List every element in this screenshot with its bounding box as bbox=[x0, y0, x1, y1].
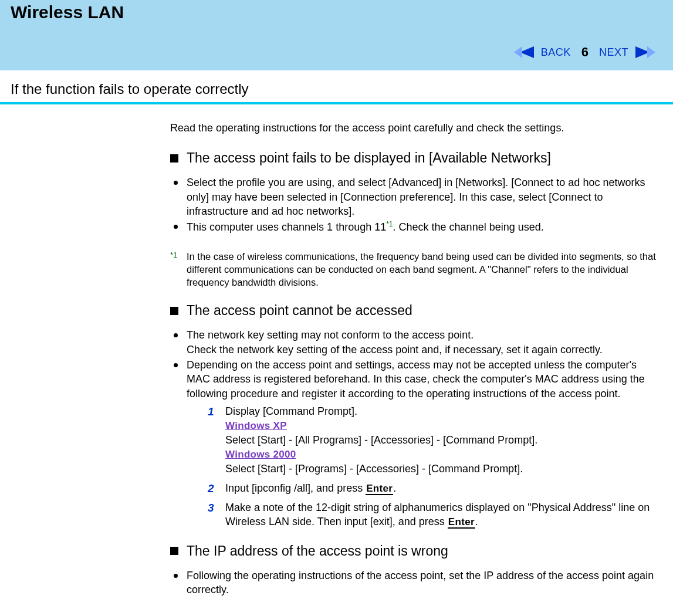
section-subhead: If the function fails to operate correct… bbox=[0, 81, 673, 99]
list-item: This computer uses channels 1 through 11… bbox=[170, 219, 662, 234]
next-arrow-icon[interactable] bbox=[635, 45, 655, 59]
step-text: . bbox=[475, 516, 478, 527]
bullet-text: Select the profile you are using, and se… bbox=[187, 177, 645, 217]
step-text: Input [ipconfig /all], and press bbox=[225, 482, 366, 494]
step-text: Select [Start] - [Programs] - [Accessori… bbox=[225, 463, 523, 475]
step-number: 1 bbox=[208, 404, 214, 419]
footnote: *1 In the case of wireless communication… bbox=[170, 250, 662, 289]
next-link[interactable]: NEXT bbox=[599, 46, 628, 59]
list-item: Following the operating instructions of … bbox=[170, 568, 662, 597]
step-text: Display [Command Prompt]. bbox=[225, 405, 357, 417]
bullet-text: Following the operating instructions of … bbox=[187, 570, 654, 595]
bullet-text: . Check the channel being used. bbox=[393, 221, 544, 233]
footnote-ref: *1 bbox=[386, 220, 393, 228]
os-label-2000: Windows 2000 bbox=[225, 449, 296, 460]
footnote-marker: *1 bbox=[170, 250, 177, 260]
list-item: The network key setting may not conform … bbox=[170, 328, 662, 357]
keycap-enter: Enter bbox=[448, 516, 475, 529]
bullet-text: Depending on the access point and settin… bbox=[187, 359, 645, 400]
header-banner: Wireless LAN BACK 6 NEXT bbox=[0, 0, 673, 70]
os-label-xp: Windows XP bbox=[225, 420, 287, 431]
step-number: 2 bbox=[208, 481, 214, 496]
step-number: 3 bbox=[208, 500, 214, 516]
intro-text: Read the operating instructions for the … bbox=[170, 121, 662, 135]
keycap-enter: Enter bbox=[366, 483, 393, 495]
step-item: 1 Display [Command Prompt]. Windows XP S… bbox=[208, 404, 662, 476]
bullet-text: The network key setting may not conform … bbox=[187, 329, 474, 341]
section-subhead-wrap: If the function fails to operate correct… bbox=[0, 81, 673, 104]
back-arrow-icon[interactable] bbox=[514, 45, 534, 59]
step-text: Select [Start] - [All Programs] - [Acces… bbox=[225, 434, 537, 446]
step-text: . bbox=[393, 482, 396, 494]
bullet-text: Check the network key setting of the acc… bbox=[187, 344, 603, 356]
heading-cannot-access: The access point cannot be accessed bbox=[170, 302, 662, 320]
page-number: 6 bbox=[581, 45, 589, 60]
svg-marker-3 bbox=[647, 46, 655, 58]
heading-available-networks: The access point fails to be displayed i… bbox=[170, 149, 662, 167]
step-item: 2 Input [ipconfig /all], and press Enter… bbox=[208, 481, 662, 496]
page-title: Wireless LAN bbox=[11, 0, 662, 22]
footnote-text: In the case of wireless communications, … bbox=[187, 251, 656, 288]
section-cannot-access: The access point cannot be accessed The … bbox=[170, 302, 662, 529]
step-item: 3 Make a note of the 12-digit string of … bbox=[208, 500, 662, 529]
bullet-text: This computer uses channels 1 through 11 bbox=[187, 221, 386, 233]
heading-ip-wrong: The IP address of the access point is wr… bbox=[170, 542, 662, 560]
steps-list: 1 Display [Command Prompt]. Windows XP S… bbox=[208, 404, 662, 529]
content-area: Read the operating instructions for the … bbox=[170, 121, 662, 597]
divider bbox=[0, 102, 673, 104]
section-available-networks: The access point fails to be displayed i… bbox=[170, 149, 662, 289]
pager-nav: BACK 6 NEXT bbox=[514, 45, 655, 60]
list-item: Depending on the access point and settin… bbox=[170, 358, 662, 401]
section-ip-wrong: The IP address of the access point is wr… bbox=[170, 542, 662, 597]
svg-marker-1 bbox=[514, 46, 522, 58]
back-link[interactable]: BACK bbox=[541, 46, 571, 59]
step-text: Make a note of the 12-digit string of al… bbox=[225, 502, 650, 527]
bullet-list: Select the profile you are using, and se… bbox=[170, 175, 662, 234]
list-item: Select the profile you are using, and se… bbox=[170, 175, 662, 218]
bullet-list: The network key setting may not conform … bbox=[170, 328, 662, 400]
bullet-list: Following the operating instructions of … bbox=[170, 568, 662, 597]
